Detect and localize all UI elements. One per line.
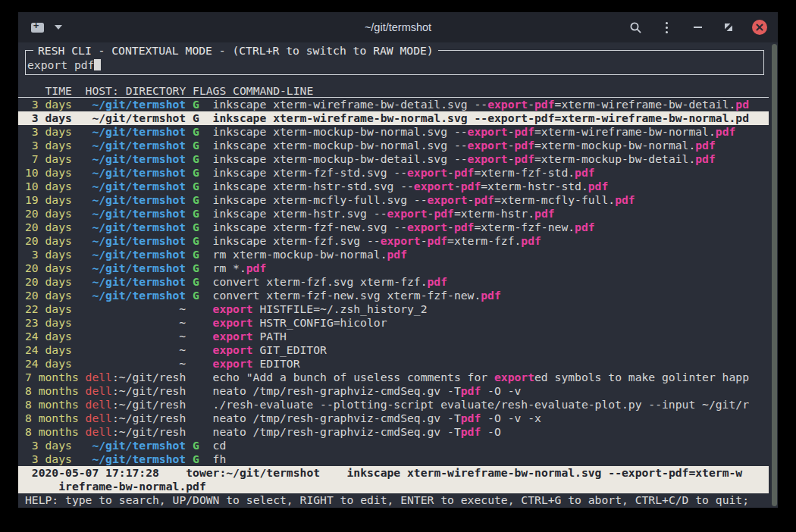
row-command: export PATH xyxy=(213,330,287,343)
history-row[interactable]: 7 days ~/git/termshot G inkscape xterm-m… xyxy=(18,152,769,166)
row-time: 24 days xyxy=(25,343,72,357)
history-row[interactable]: 3 days ~/git/termshot G inkscape xterm-m… xyxy=(18,139,769,152)
history-row[interactable]: 3 days ~/git/termshot G inkscape xterm-m… xyxy=(18,125,769,139)
history-row[interactable]: 10 days ~/git/termshot G inkscape xterm-… xyxy=(18,180,769,193)
row-flags: G xyxy=(193,111,199,125)
history-row[interactable]: 20 days ~/git/termshot G inkscape xterm-… xyxy=(18,234,769,248)
row-directory: ~/git/termshot xyxy=(86,152,186,166)
row-flags: G xyxy=(193,275,199,289)
row-time: 8 months xyxy=(25,384,72,398)
row-command: export GIT_EDITOR xyxy=(213,343,327,356)
row-directory: ~/git/termshot xyxy=(86,221,186,234)
row-time: 20 days xyxy=(25,207,72,221)
row-time: 20 days xyxy=(25,221,72,234)
history-row[interactable]: 24 days ~ export PATH xyxy=(18,330,769,343)
history-row[interactable]: 22 days ~ export HISTFILE=~/.zsh_history… xyxy=(18,302,769,316)
row-directory: ~/git/termshot xyxy=(86,289,186,302)
detail-line-1: 2020-05-07 17:17:28 tower:~/git/termshot… xyxy=(18,466,769,480)
row-flags: G xyxy=(193,125,199,139)
row-directory: dell:~/git/resh xyxy=(86,371,186,384)
row-directory: ~/git/termshot xyxy=(86,139,186,152)
history-row-selected[interactable]: 3 days ~/git/termshot G inkscape xterm-w… xyxy=(18,111,769,125)
row-directory: ~ xyxy=(86,343,186,357)
row-time: 22 days xyxy=(25,302,72,316)
menu-button[interactable] xyxy=(659,20,674,35)
minimize-icon xyxy=(694,27,702,28)
scrollbar-thumb[interactable] xyxy=(772,44,777,506)
row-command: inkscape xterm-mockup-bw-normal.svg --ex… xyxy=(213,139,716,152)
row-time: 3 days xyxy=(25,248,72,261)
row-command: echo "Add a bunch of useless comments fo… xyxy=(213,371,749,383)
row-directory: dell:~/git/resh xyxy=(86,398,186,412)
row-time: 8 months xyxy=(25,425,72,439)
history-row[interactable]: 10 days ~/git/termshot G inkscape xterm-… xyxy=(18,166,769,180)
history-row[interactable]: 19 days ~/git/termshot G inkscape xterm-… xyxy=(18,193,769,207)
history-row[interactable]: 8 months dell:~/git/resh neato /tmp/resh… xyxy=(18,384,769,398)
restore-icon xyxy=(724,23,733,32)
row-time: 20 days xyxy=(25,289,72,302)
row-command: ./resh-evaluate --plotting-script evalua… xyxy=(213,398,749,411)
history-row[interactable]: 20 days ~/git/termshot G convert xterm-f… xyxy=(18,289,769,302)
history-row[interactable]: 3 days ~/git/termshot G fh xyxy=(18,452,769,466)
history-row[interactable]: 8 months dell:~/git/resh ./resh-evaluate… xyxy=(18,398,769,412)
row-flags xyxy=(193,371,199,384)
row-flags xyxy=(193,316,199,330)
row-directory: ~/git/termshot xyxy=(86,125,186,139)
row-directory: ~ xyxy=(86,357,186,371)
row-directory: ~/git/termshot xyxy=(86,452,186,466)
search-query-box[interactable]: RESH CLI - CONTEXTUAL MODE - (CTRL+R to … xyxy=(25,50,764,75)
row-time: 8 months xyxy=(25,412,72,425)
history-row[interactable]: 24 days ~ export GIT_EDITOR xyxy=(18,343,769,357)
history-row[interactable]: 20 days ~/git/termshot G inkscape xterm-… xyxy=(18,207,769,221)
history-row[interactable]: 20 days ~/git/termshot G convert xterm-f… xyxy=(18,275,769,289)
row-command: neato /tmp/resh-graphviz-cmdSeq.gv -Tpdf… xyxy=(213,425,501,438)
history-row[interactable]: 3 days ~/git/termshot G cd xyxy=(18,439,769,452)
row-command: cd xyxy=(213,439,227,452)
row-directory: ~/git/termshot xyxy=(86,180,186,193)
search-query-input[interactable]: export pdf xyxy=(27,58,762,72)
row-command: inkscape xterm-hstr.svg --export-pdf=xte… xyxy=(213,207,555,220)
row-directory: ~/git/termshot xyxy=(86,275,186,289)
mode-title: RESH CLI - CONTEXTUAL MODE - (CTRL+R to … xyxy=(33,44,438,58)
terminal-window: ~/git/termshot xyxy=(18,12,778,508)
history-row[interactable]: 7 months dell:~/git/resh echo "Add a bun… xyxy=(18,371,769,384)
row-flags: G xyxy=(193,248,199,261)
row-command: neato /tmp/resh-graphviz-cmdSeq.gv -Tpdf… xyxy=(213,412,541,424)
row-command: export HSTR_CONFIG=hicolor xyxy=(213,316,387,329)
row-time: 3 days xyxy=(25,452,72,466)
row-directory: ~/git/termshot xyxy=(86,193,186,207)
history-row[interactable]: 3 days ~/git/termshot G rm xterm-mockup-… xyxy=(18,248,769,261)
row-directory: ~ xyxy=(86,302,186,316)
row-flags xyxy=(193,412,199,425)
row-time: 7 days xyxy=(25,152,72,166)
minimize-button[interactable] xyxy=(690,20,705,35)
row-time: 23 days xyxy=(25,316,72,330)
history-row[interactable]: 23 days ~ export HSTR_CONFIG=hicolor xyxy=(18,316,769,330)
terminal-screen: RESH CLI - CONTEXTUAL MODE - (CTRL+R to … xyxy=(18,42,778,508)
chevron-down-icon[interactable] xyxy=(55,25,62,30)
row-command: inkscape xterm-fzf-new.svg --export-pdf=… xyxy=(213,221,595,233)
history-row[interactable]: 8 months dell:~/git/resh neato /tmp/resh… xyxy=(18,412,769,425)
row-flags xyxy=(193,330,199,343)
row-directory: dell:~/git/resh xyxy=(86,384,186,398)
row-flags xyxy=(193,425,199,439)
restore-button[interactable] xyxy=(721,20,736,35)
row-time: 19 days xyxy=(25,193,72,207)
row-directory: ~/git/termshot xyxy=(86,261,186,275)
history-row[interactable]: 20 days ~/git/termshot G rm *.pdf xyxy=(18,261,769,275)
close-button[interactable] xyxy=(752,20,767,35)
titlebar[interactable]: ~/git/termshot xyxy=(18,12,778,42)
history-row[interactable]: 20 days ~/git/termshot G inkscape xterm-… xyxy=(18,221,769,234)
history-row[interactable]: 8 months dell:~/git/resh neato /tmp/resh… xyxy=(18,425,769,439)
search-button[interactable] xyxy=(628,20,643,35)
history-row[interactable]: 3 days ~/git/termshot G inkscape xterm-w… xyxy=(18,98,769,111)
row-command: inkscape xterm-fzf.svg --export-pdf=xter… xyxy=(213,234,541,247)
row-command: inkscape xterm-hstr-std.svg --export-pdf… xyxy=(213,180,609,192)
row-time: 20 days xyxy=(25,261,72,275)
new-tab-icon[interactable] xyxy=(31,23,44,33)
row-flags xyxy=(193,357,199,371)
row-time: 3 days xyxy=(25,111,72,125)
row-time: 3 days xyxy=(25,139,72,152)
row-command: rm xterm-mockup-bw-normal.pdf xyxy=(213,248,407,261)
history-row[interactable]: 24 days ~ export EDITOR xyxy=(18,357,769,371)
